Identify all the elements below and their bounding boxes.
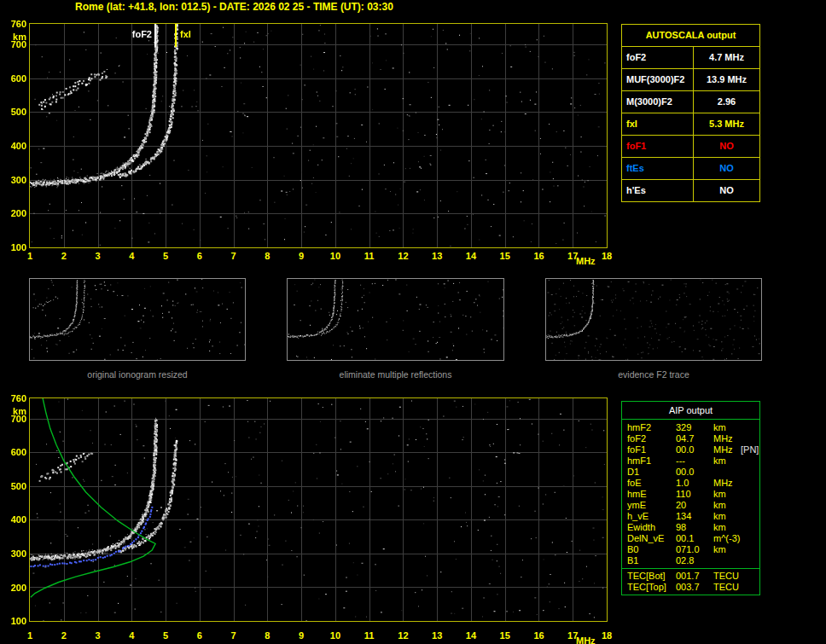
aip-row-note <box>741 478 759 489</box>
aip-row: hmF2329km <box>622 422 759 433</box>
aip-row-label: ymE <box>622 500 676 511</box>
aip-row-label: foE <box>622 478 676 489</box>
aip-row-value: 00.1 <box>676 533 713 544</box>
autoscala-row-label: fxI <box>622 113 694 135</box>
aip-row-value: 329 <box>676 422 713 433</box>
aip-row-label: B1 <box>622 555 676 566</box>
aip-row-unit: TECU <box>713 582 741 593</box>
aip-row-note <box>741 489 759 500</box>
autoscala-row-label: M(3000)F2 <box>622 91 694 113</box>
y-tick-label: 600 <box>3 73 26 84</box>
aip-output-panel: AIP output hmF2329kmfoF204.7MHzfoF100.0M… <box>621 401 760 595</box>
autoscala-row: h'EsNO <box>622 179 759 201</box>
autoscala-row: MUF(3000)F213.9 MHz <box>622 68 759 90</box>
x-tick-label: 15 <box>497 630 514 641</box>
aip-row-unit: m^(-3) <box>713 533 741 544</box>
aip-row-unit: km <box>713 522 741 533</box>
km-unit-label: km <box>3 32 26 42</box>
aip-row-value: 071.0 <box>676 544 713 555</box>
autoscala-row-label: h'Es <box>622 180 694 201</box>
aip-row: B102.8 <box>622 555 759 566</box>
aip-row-label: Ewidth <box>622 522 676 533</box>
autoscala-row-value: NO <box>694 180 759 201</box>
x-tick-label: 15 <box>497 251 514 261</box>
aip-row: DelN_vE00.1m^(-3) <box>622 533 759 544</box>
y-tick-label: 100 <box>3 242 26 252</box>
x-tick-label: 13 <box>428 251 445 261</box>
y-tick-label: 300 <box>3 175 26 185</box>
aip-row: ymE20km <box>622 500 759 511</box>
aip-row: foE1.0MHz <box>622 478 759 489</box>
x-tick-label: 14 <box>462 251 480 261</box>
autoscala-row-label: foF1 <box>622 136 694 157</box>
x-tick-label: 7 <box>225 251 242 261</box>
aip-row-value: 003.7 <box>676 582 713 593</box>
y-tick-label: 500 <box>3 107 26 117</box>
aip-row-note <box>741 522 759 533</box>
km-unit-label: km <box>3 406 26 416</box>
x-tick-label: 11 <box>361 630 378 641</box>
x-tick-label: 9 <box>293 251 310 261</box>
aip-row: TEC[Top]003.7TECU <box>622 582 759 593</box>
x-tick-label: 5 <box>157 630 174 641</box>
aip-row-unit: km <box>713 422 741 433</box>
aip-row-label: TEC[Top] <box>622 582 676 593</box>
autoscala-output-table: AUTOSCALA output foF24.7 MHzMUF(3000)F21… <box>621 24 760 202</box>
y-tick-label: 200 <box>3 583 26 593</box>
x-tick-label: 5 <box>157 251 174 261</box>
y-tick-label: 500 <box>3 481 26 491</box>
y-tick-label: 400 <box>3 141 26 151</box>
mhz-unit-label: MHz <box>576 256 600 266</box>
fof2-marker-label: foF2 <box>116 29 152 39</box>
autoscala-row-value: NO <box>694 136 759 157</box>
x-tick-label: 8 <box>259 630 276 641</box>
aip-row: D100.0 <box>622 467 759 478</box>
aip-row-value: 20 <box>676 500 713 511</box>
aip-row-value: 98 <box>676 522 713 533</box>
aip-row: TEC[Bot]001.7TECU <box>622 571 759 582</box>
aip-row-label: hmE <box>622 489 676 500</box>
aip-row-note <box>741 555 759 566</box>
y-tick-label: 100 <box>3 616 26 626</box>
mhz-unit-label: MHz <box>576 635 600 644</box>
x-tick-label: 16 <box>531 630 548 641</box>
aip-row-note: [PN] <box>741 444 759 455</box>
aip-row-note <box>741 511 759 522</box>
aip-row-label: hmF2 <box>622 422 676 433</box>
aip-row-note <box>741 433 759 444</box>
aip-row-unit: km <box>713 511 741 522</box>
y-tick-label: 200 <box>3 208 26 218</box>
aip-row-value: 00.0 <box>676 467 713 478</box>
aip-row-label: D1 <box>622 467 676 478</box>
x-tick-label: 13 <box>428 630 445 641</box>
autoscala-row-value: 13.9 MHz <box>694 69 759 90</box>
x-tick-label: 6 <box>191 630 208 641</box>
thumbnail-caption-original: original ionogram resized <box>30 369 245 380</box>
x-tick-label: 8 <box>259 251 276 261</box>
autoscala-row-value: 5.3 MHz <box>694 113 759 135</box>
aip-row-value: 134 <box>676 511 713 522</box>
thumbnail-caption-eliminate: eliminate multiple reflections <box>288 369 503 380</box>
aip-row-unit <box>713 467 741 478</box>
aip-row-unit: km <box>713 489 741 500</box>
x-tick-label: 3 <box>90 630 107 641</box>
aip-row-note <box>741 422 759 433</box>
x-tick-label: 12 <box>394 630 411 641</box>
y-tick-label: 760 <box>3 393 26 403</box>
aip-row-value: 02.8 <box>676 555 713 566</box>
aip-row-note <box>741 467 759 478</box>
aip-panel-title: AIP output <box>622 402 759 420</box>
x-tick-label: 1 <box>21 630 38 641</box>
aip-row-value: 1.0 <box>676 478 713 489</box>
x-tick-label: 12 <box>394 251 411 261</box>
aip-row-label: h_vE <box>622 511 676 522</box>
aip-row-label: hmF1 <box>622 455 676 467</box>
fxi-marker-label: fxI <box>180 29 214 39</box>
tec-rows: TEC[Bot]001.7TECUTEC[Top]003.7TECU <box>622 568 759 595</box>
aip-row-unit <box>713 555 741 566</box>
aip-row-value: --- <box>676 455 713 467</box>
aip-row-value: 001.7 <box>676 571 713 582</box>
autoscala-row-value: 4.7 MHz <box>694 47 759 68</box>
autoscala-row-label: ftEs <box>622 158 694 179</box>
x-tick-label: 10 <box>327 251 344 261</box>
